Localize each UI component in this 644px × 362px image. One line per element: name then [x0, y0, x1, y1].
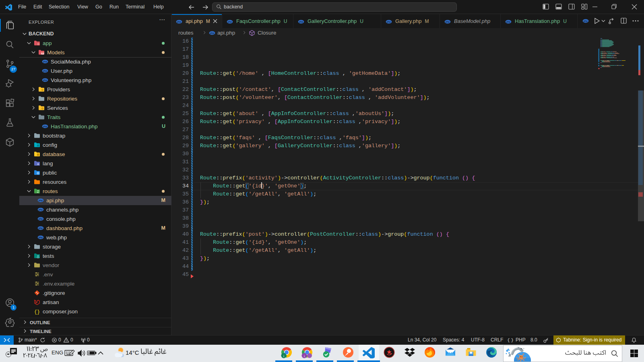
- svg-text:php: php: [43, 125, 47, 128]
- svg-text:php: php: [387, 21, 391, 23]
- svg-text:php: php: [506, 21, 511, 23]
- svg-text:php: php: [177, 21, 182, 23]
- svg-text:php: php: [228, 21, 232, 23]
- svg-text:php: php: [39, 236, 43, 239]
- svg-text:php: php: [43, 70, 47, 72]
- svg-text:php: php: [446, 21, 450, 23]
- svg-text:php: php: [39, 227, 43, 229]
- svg-text:php: php: [299, 21, 303, 23]
- svg-text:php: php: [43, 79, 47, 81]
- svg-text:php: php: [584, 20, 588, 22]
- svg-text:php: php: [210, 32, 215, 34]
- svg-text:php: php: [39, 199, 43, 202]
- svg-text:a: a: [37, 162, 39, 165]
- svg-text:php: php: [39, 208, 43, 211]
- svg-text:php: php: [43, 60, 47, 63]
- svg-text:{}: {}: [34, 309, 40, 315]
- svg-text:php: php: [39, 218, 43, 220]
